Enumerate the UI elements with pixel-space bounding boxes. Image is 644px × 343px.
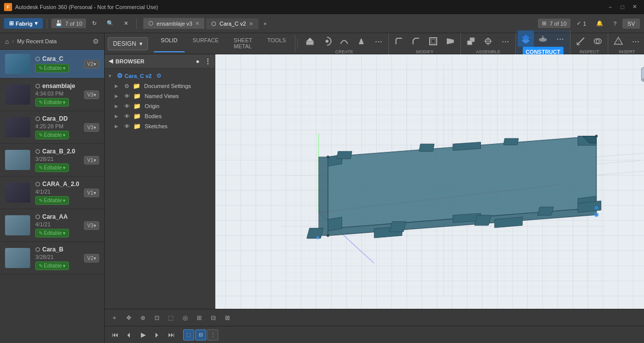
file-list-item[interactable]: ⬡ ensamblaje 4:34:03 PM ✎ Editable ▾ V3▾ [0, 78, 104, 111]
offset-plane-button[interactable] [518, 31, 534, 47]
view-mode-button[interactable]: ⊠ [221, 312, 233, 324]
file-name: ⬡ Cara_DD [35, 115, 79, 122]
more-assemble-button[interactable]: ⋯ [497, 33, 513, 49]
extrude-button[interactable] [302, 33, 318, 49]
next-frame-button[interactable]: ⏵ [152, 329, 163, 340]
frame-icon-grid[interactable]: ⋮ [207, 329, 218, 340]
view-cube-button[interactable]: ⬚ [165, 312, 177, 324]
pan-button[interactable]: ✥ [123, 312, 135, 324]
fabrig-button[interactable]: ⊞ Fabrig ▾ [4, 18, 43, 29]
layout-button[interactable]: ⊟ [207, 312, 219, 324]
tangent-plane-button[interactable] [535, 31, 551, 47]
file-list-item[interactable]: ⬡ CARA_A_2.0 4/1/21 ✎ Editable ▾ V1▾ [0, 177, 104, 209]
browser-item-sketches[interactable]: ▶ 👁 📁 Sketches [105, 121, 215, 131]
browser-item-doc-settings[interactable]: ▶ ⚙ 📁 Document Settings [105, 81, 215, 91]
interference-button[interactable] [590, 33, 606, 49]
insert-mesh-button[interactable] [610, 33, 626, 49]
version-badge[interactable]: V2▾ [84, 60, 99, 68]
nav-cube[interactable]: TOP FRONT RIGHT [636, 59, 644, 95]
file-list-item[interactable]: ⬡ Cara_B_2.0 3/28/21 ✎ Editable ▾ V1▾ [0, 144, 104, 177]
orbit-button[interactable]: ⌖ [109, 312, 121, 324]
more-insert-button[interactable]: ⋯ [627, 33, 643, 49]
measure-button[interactable] [573, 33, 589, 49]
editable-button[interactable]: ✎ Editable ▾ [35, 163, 69, 172]
tab-ensamblaje[interactable]: ⬡ ensamblaje v3 ✕ [143, 18, 205, 29]
browser-item-origin[interactable]: ▶ 👁 📁 Origin [105, 101, 215, 111]
tab2-close-button[interactable]: ✕ [249, 21, 253, 27]
visibility-icon5[interactable]: 👁 [124, 123, 130, 129]
sketches-label: Sketches [145, 123, 168, 129]
file-list-item[interactable]: ⬡ Cara_AA 4/1/21 ✎ Editable ▾ V3▾ [0, 209, 104, 242]
breadcrumb-label[interactable]: My Recent Data [17, 38, 57, 44]
grid-icon: ⊞ [9, 20, 14, 27]
file-list-item[interactable]: ⬡ Cara_B 3/28/21 ✎ Editable ▾ V2▾ [0, 242, 104, 275]
grid-settings-button[interactable]: ⊞ [193, 312, 205, 324]
settings-icon[interactable]: ⚙ [93, 37, 99, 45]
joint-button[interactable] [480, 33, 496, 49]
tab-cara-c[interactable]: ⬡ Cara_C v2 ✕ [206, 18, 259, 29]
revolve-button[interactable] [319, 33, 335, 49]
tab-sheet-metal[interactable]: SHEET METAL [227, 35, 260, 52]
browser-root-item[interactable]: ▾ ⚙ Cara_C v2 ⊙ [105, 70, 215, 81]
tab-tools[interactable]: TOOLS [260, 35, 293, 52]
draft-button[interactable] [442, 33, 458, 49]
bell-button[interactable]: 🔔 [592, 17, 607, 31]
version-badge[interactable]: V2▾ [84, 254, 99, 263]
home-icon[interactable]: ⌂ [5, 38, 9, 45]
tab-solid[interactable]: SOLID [154, 35, 185, 52]
maximize-button[interactable]: □ [617, 3, 628, 12]
version-badge[interactable]: V3▾ [84, 91, 99, 99]
new-tab-button[interactable]: + [260, 17, 271, 31]
fillet-button[interactable] [391, 33, 407, 49]
tab-surface[interactable]: SURFACE [186, 35, 226, 52]
version-badge[interactable]: V3▾ [84, 123, 99, 132]
loft-button[interactable] [353, 33, 369, 49]
browser-more-button[interactable]: ⋮ [205, 58, 211, 65]
editable-button[interactable]: ✎ Editable ▾ [35, 98, 69, 107]
browser-options-button[interactable]: ● [196, 58, 199, 65]
skip-start-button[interactable]: ⏮ [110, 329, 121, 340]
zoom-button[interactable]: ⊕ [137, 312, 149, 324]
zoom-fit-button[interactable]: ⊡ [151, 312, 163, 324]
editable-button[interactable]: ✎ Editable ▾ [35, 64, 69, 72]
help-button[interactable]: ? [609, 17, 620, 31]
skip-end-button[interactable]: ⏭ [166, 329, 177, 340]
version-badge[interactable]: V1▾ [84, 156, 99, 164]
editable-button[interactable]: ✎ Editable ▾ [35, 262, 69, 270]
play-button[interactable]: ▶ [138, 329, 149, 340]
sweep-button[interactable] [336, 33, 352, 49]
tab1-close-button[interactable]: ✕ [195, 21, 199, 26]
file-list-item[interactable]: ⬡ Cara_C ✎ Editable ▾ V2▾ [0, 50, 104, 78]
frame-icon-stack[interactable]: ⊟ [195, 329, 206, 340]
design-dropdown[interactable]: DESIGN ▾ [108, 37, 148, 50]
version-badge[interactable]: V1▾ [84, 189, 99, 197]
editable-button[interactable]: ✎ Editable ▾ [35, 196, 69, 205]
minimize-button[interactable]: − [605, 3, 616, 12]
more-construct-button[interactable]: ⋯ [552, 31, 568, 47]
editable-button[interactable]: ✎ Editable ▾ [35, 131, 69, 139]
visibility-icon2[interactable]: 👁 [124, 93, 130, 99]
browser-item-bodies[interactable]: ▶ 👁 📁 Bodies [105, 111, 215, 121]
cloud-save-button[interactable]: 💾 7 of 10 [51, 19, 87, 28]
collapse-browser-button[interactable]: ◀ [109, 58, 113, 64]
visibility-icon3[interactable]: 👁 [124, 103, 130, 109]
browser-item-named-views[interactable]: ▶ 👁 📁 Named Views [105, 91, 215, 101]
version-badge[interactable]: V3▾ [84, 221, 99, 230]
more-create-button[interactable]: ⋯ [370, 33, 386, 49]
editable-button[interactable]: ✎ Editable ▾ [35, 229, 69, 237]
notification-count-badge[interactable]: ✓ 1 [573, 17, 590, 31]
frame-icon-box[interactable]: ⬚ [183, 329, 194, 340]
close-button[interactable]: ✕ [629, 3, 640, 12]
user-avatar[interactable]: SV [622, 19, 640, 29]
refresh-button[interactable]: ↻ [88, 17, 101, 31]
display-settings-button[interactable]: ◎ [179, 312, 191, 324]
chamfer-button[interactable] [408, 33, 424, 49]
visibility-icon[interactable]: ⚙ [124, 83, 129, 90]
new-component-button[interactable] [463, 33, 479, 49]
file-list-item[interactable]: ⬡ Cara_DD 4:25:28 PM ✎ Editable ▾ V3▾ [0, 111, 104, 144]
prev-frame-button[interactable]: ⏴ [124, 329, 135, 340]
visibility-icon4[interactable]: 👁 [124, 113, 130, 119]
close-search-button[interactable]: ✕ [120, 17, 132, 31]
shell-button[interactable] [425, 33, 441, 49]
search-button[interactable]: 🔍 [103, 17, 118, 31]
